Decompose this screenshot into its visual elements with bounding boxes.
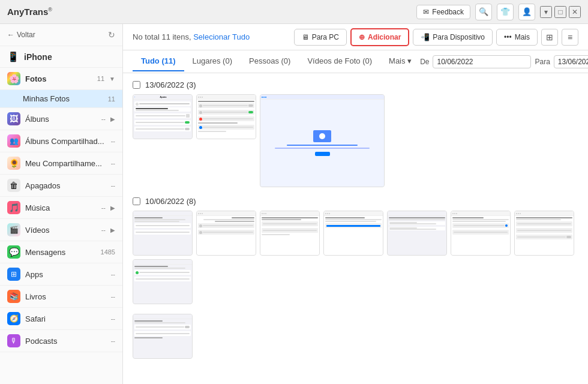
- tab-mais-label: Mais ▾: [389, 56, 412, 65]
- plus-circle-icon: ⊕: [359, 33, 365, 41]
- photo-grid: 13/06/2022 (3) ‹Ajustes: [123, 73, 588, 384]
- date-group-3: [133, 314, 578, 359]
- mais-label: Mais: [515, 33, 530, 41]
- sidebar-item-podcasts[interactable]: 🎙 Podcasts --: [0, 330, 122, 352]
- photo-thumb[interactable]: [387, 211, 447, 256]
- sidebar-item-meu-compartilhamento[interactable]: 🌻 Meu Compartilhame... --: [0, 152, 122, 175]
- my-share-icon: 🌻: [7, 157, 20, 170]
- device-export-icon: 📲: [421, 33, 430, 41]
- videos-icon: 🎬: [7, 223, 20, 236]
- window-controls: ▾ □ ✕: [540, 6, 581, 18]
- main-layout: ← Voltar ↻ 📱 iPhone 🌸 Fotos 11 ▼ Minhas …: [0, 24, 588, 384]
- tshirt-icon: 👕: [500, 7, 510, 16]
- sidebar-item-albuns-compartilhados[interactable]: 👥 Álbuns Compartilhad... --: [0, 130, 122, 152]
- search-icon: 🔍: [479, 7, 488, 16]
- back-button[interactable]: ← Voltar: [7, 31, 35, 39]
- minimize-button[interactable]: ▾: [540, 6, 552, 18]
- para-pc-button[interactable]: 🖥 Para PC: [294, 29, 347, 46]
- date-group-2: 10/06/2022 (8): [133, 197, 578, 304]
- feedback-button[interactable]: ✉ Feedback: [416, 5, 470, 19]
- list-icon: ≡: [568, 32, 572, 42]
- albuns-expand-icon: ▶: [110, 116, 115, 122]
- titlebar: AnyTrans® ✉ Feedback 🔍 👕 👤 ▾ □ ✕: [0, 0, 588, 24]
- sidebar-item-videos[interactable]: 🎬 Vídeos -- ▶: [0, 219, 122, 241]
- device-name: iPhone: [24, 52, 52, 62]
- safari-label: Safari: [25, 314, 106, 323]
- grid-view-button[interactable]: ⊞: [541, 29, 558, 46]
- tshirt-button[interactable]: 👕: [497, 4, 514, 20]
- photo-thumb[interactable]: [514, 211, 574, 256]
- apagados-label: Apagados: [25, 181, 106, 190]
- total-text: No total 11 itens,: [133, 32, 191, 41]
- para-pc-label: Para PC: [312, 33, 339, 41]
- select-all-link[interactable]: Selecionar Tudo: [193, 32, 250, 41]
- videos-label: Vídeos: [25, 226, 97, 235]
- photo-thumb[interactable]: [133, 314, 193, 359]
- photo-thumb-large[interactable]: [260, 94, 385, 187]
- monitor-icon: 🖥: [302, 33, 309, 41]
- mail-icon: ✉: [423, 8, 429, 16]
- tab-videos-de-foto[interactable]: Vídeos de Foto (0): [299, 52, 380, 71]
- apps-count: --: [111, 271, 115, 278]
- maximize-button[interactable]: □: [554, 6, 566, 18]
- titlebar-right: ✉ Feedback 🔍 👕 👤 ▾ □ ✕: [416, 4, 581, 20]
- photo-thumb[interactable]: [196, 211, 256, 256]
- tab-mais[interactable]: Mais ▾: [380, 52, 420, 71]
- para-dispositivo-button[interactable]: 📲 Para Dispositivo: [413, 29, 493, 46]
- sidebar-subitem-minhas-fotos[interactable]: Minhas Fotos 11: [0, 90, 122, 108]
- tab-pessoas[interactable]: Pessoas (0): [241, 52, 299, 71]
- photo-row-1: ‹Ajustes: [133, 94, 578, 187]
- app-trademark: ®: [48, 7, 52, 13]
- sidebar-item-musica[interactable]: 🎵 Música -- ▶: [0, 197, 122, 219]
- photos-icon: 🌸: [7, 72, 20, 85]
- group1-checkbox[interactable]: [133, 81, 140, 89]
- tab-tudo[interactable]: Tudo (11): [133, 52, 184, 71]
- refresh-button[interactable]: ↻: [108, 30, 115, 40]
- adicionar-button[interactable]: ⊕ Adicionar: [350, 28, 409, 46]
- avatar-button[interactable]: 👤: [518, 4, 535, 20]
- from-date-input[interactable]: [433, 55, 531, 68]
- search-button[interactable]: 🔍: [475, 4, 492, 20]
- grid-icon: ⊞: [546, 32, 553, 42]
- group2-checkbox[interactable]: [133, 197, 140, 205]
- sidebar-item-mensagens[interactable]: 💬 Mensagens 1485: [0, 241, 122, 263]
- photo-thumb[interactable]: [260, 211, 320, 256]
- photo-thumb[interactable]: [133, 259, 193, 304]
- sidebar-item-apagados[interactable]: 🗑 Apagados --: [0, 175, 122, 197]
- photo-thumb[interactable]: ‹Ajustes: [133, 94, 193, 139]
- fotos-label: Fotos: [25, 74, 92, 83]
- deleted-icon: 🗑: [7, 179, 20, 192]
- sidebar-item-albuns[interactable]: 🖼 Álbuns -- ▶: [0, 108, 122, 130]
- photo-thumb[interactable]: [196, 94, 256, 139]
- tab-pessoas-label: Pessoas (0): [249, 56, 290, 65]
- shared-albums-icon: 👥: [7, 134, 20, 148]
- total-info: No total 11 itens, Selecionar Tudo: [133, 32, 250, 41]
- sidebar-header: ← Voltar ↻: [0, 24, 122, 46]
- sidebar-item-safari[interactable]: 🧭 Safari --: [0, 308, 122, 330]
- meu-compartilhamento-label: Meu Compartilhame...: [25, 159, 106, 168]
- close-button[interactable]: ✕: [569, 6, 581, 18]
- content-tabs: Tudo (11) Lugares (0) Pessoas (0) Vídeos…: [123, 50, 588, 73]
- albuns-compartilhados-count: --: [111, 137, 115, 145]
- para-dispositivo-label: Para Dispositivo: [433, 33, 485, 41]
- photo-thumb[interactable]: [133, 211, 193, 256]
- sidebar-item-fotos[interactable]: 🌸 Fotos 11 ▼: [0, 68, 122, 90]
- back-icon: ←: [7, 31, 14, 39]
- list-view-button[interactable]: ≡: [562, 29, 578, 46]
- photo-thumb[interactable]: [451, 211, 511, 256]
- refresh-icon: ↻: [108, 30, 115, 40]
- albums-icon: 🖼: [7, 112, 20, 125]
- device-section: 📱 iPhone: [0, 46, 122, 68]
- podcasts-count: --: [111, 337, 115, 344]
- iphone-icon: 📱: [7, 51, 19, 62]
- sidebar-item-apps[interactable]: ⊞ Apps --: [0, 263, 122, 286]
- photo-thumb[interactable]: [323, 211, 383, 256]
- mais-button[interactable]: ••• Mais: [496, 29, 538, 46]
- titlebar-left: AnyTrans®: [7, 7, 52, 17]
- fotos-expand-icon: ▼: [109, 76, 115, 82]
- to-date-input[interactable]: [554, 55, 588, 68]
- tab-lugares[interactable]: Lugares (0): [184, 52, 241, 71]
- sidebar-item-livros[interactable]: 📚 Livros --: [0, 286, 122, 308]
- fotos-count: 11: [97, 75, 104, 82]
- tab-lugares-label: Lugares (0): [193, 56, 232, 65]
